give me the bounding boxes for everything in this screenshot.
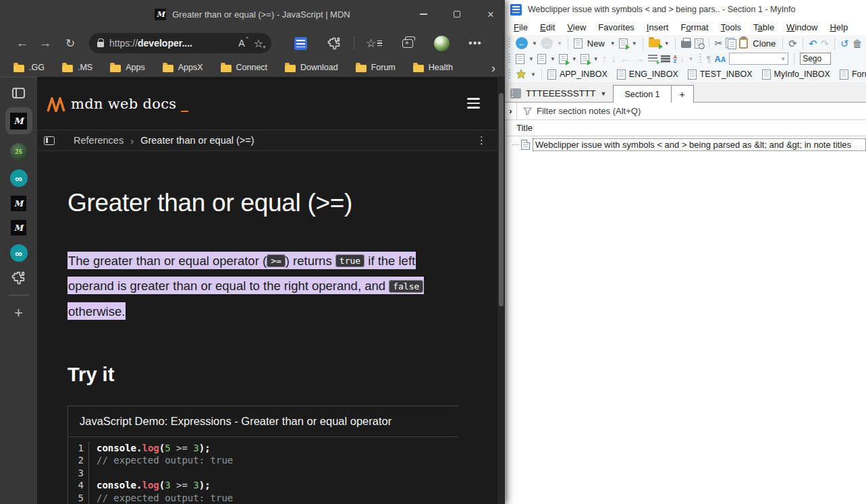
new-note-icon[interactable] [574,38,583,49]
clone-button[interactable]: Clone [753,38,776,49]
favorites-star-icon[interactable] [516,69,526,80]
tab-section-1[interactable]: Section 1 [613,85,671,103]
article-actions-kebab-icon[interactable]: ⋮ [477,134,487,146]
copy-icon[interactable] [726,38,736,49]
favorites-dropdown-icon[interactable]: ▼ [531,72,536,78]
bookmark-folder[interactable]: AppsX [163,63,203,72]
refresh-icon[interactable]: ⟳ [788,38,797,49]
favorite-item[interactable]: TEST_INBOX [688,69,753,80]
history-icon[interactable]: ↺ [840,38,849,49]
menu-favorites[interactable]: Favorites [592,22,641,32]
menu-format[interactable]: Format [674,22,714,32]
notebook-dropdown-icon[interactable]: ▼ [601,90,607,97]
expand-pane-icon[interactable]: › [505,103,517,119]
sort-az-icon[interactable]: AZ [674,55,677,63]
back-dropdown-icon[interactable]: ▼ [532,40,537,47]
move-right-icon[interactable]: → [635,53,645,64]
favorites-icon[interactable]: ☆ [357,36,391,51]
redo-icon[interactable]: ↷ [820,38,829,49]
breadcrumb-references[interactable]: References [74,135,124,146]
note-view-icon[interactable] [537,54,546,64]
menu-hamburger-icon[interactable] [467,98,480,108]
bookmark-folder[interactable]: Health [413,63,453,72]
bookmark-folder[interactable]: Apps [110,63,145,72]
code-editor[interactable]: 1console.log(5 >= 3);2// expected output… [68,437,458,504]
bookmark-folder[interactable]: Download [285,63,338,72]
new-button[interactable]: New [587,38,605,49]
move-note-icon[interactable] [580,54,589,64]
undo-icon[interactable]: ↶ [809,38,817,49]
tab-mdn-active[interactable]: M [5,107,32,134]
notebook-name[interactable]: TTTEEESSSTTT [526,88,596,99]
address-bar[interactable]: https://developer.... A” ☆+ [89,33,271,53]
forward-dropdown-icon[interactable]: ▼ [557,40,562,47]
menu-insert[interactable]: Insert [641,22,675,32]
new-from-template-icon[interactable] [619,38,628,49]
notebook-selector[interactable]: TTTEEESSSTTT ▼ [505,88,613,102]
favorite-item[interactable]: MyInfo_INBOX [762,69,830,80]
toolbar-grip[interactable] [508,54,510,64]
bookmark-folder[interactable]: .GG [13,63,45,72]
profile-avatar[interactable] [425,36,458,51]
browser-titlebar[interactable]: M Greater than or equal (>=) - JavaScrip… [0,0,505,28]
mdn-logo[interactable]: mdn web docs _ [46,95,188,112]
scrollbar-thumb[interactable] [499,93,504,306]
dropdown-icon[interactable]: ▼ [593,56,599,62]
webclipper-extension-icon[interactable] [283,37,317,50]
move-left-icon[interactable]: ← [621,53,630,64]
close-button[interactable]: ✕ [486,9,495,19]
add-section-tab[interactable]: + [672,85,694,103]
menu-view[interactable]: View [561,22,592,32]
tab-mdn-2[interactable]: M [11,220,26,235]
refresh-icon[interactable]: ↻ [57,36,84,51]
tab-arduino[interactable]: ∞ [10,169,28,187]
read-aloud-icon[interactable]: A” [238,38,248,49]
extensions-puzzle-icon[interactable] [317,36,351,50]
settings-more-icon[interactable]: ••• [458,37,492,49]
tab-js-site[interactable]: JS [10,143,28,161]
bookmarks-overflow-icon[interactable]: › [491,61,495,74]
print-preview-icon[interactable] [695,38,703,49]
filter-input[interactable]: Filter section notes (Alt+Q) [537,106,641,116]
font-style-icon[interactable]: AA [715,54,726,64]
minimize-button[interactable] [418,9,428,19]
menu-help[interactable]: Help [823,22,854,32]
note-title[interactable]: Webclipper issue with symbols < and > be… [533,138,866,151]
menu-tools[interactable]: Tools [715,22,747,32]
code-line[interactable]: 5// expected output: true [68,492,458,504]
send-note-icon[interactable] [559,54,568,64]
grid-lines-icon[interactable] [661,55,670,63]
note-row[interactable]: Webclipper issue with symbols < and > be… [508,138,866,152]
style-combobox[interactable]: ▼ [729,53,788,65]
bookmark-folder[interactable]: Forum [356,63,396,72]
forward-icon[interactable]: → [34,36,57,51]
menu-file[interactable]: File [508,22,534,32]
bookmark-folder[interactable]: .MS [62,63,92,72]
code-line[interactable]: 2// expected output: true [68,454,458,467]
template-dropdown-icon[interactable]: ▼ [632,40,637,47]
url-text[interactable]: https://developer.... [109,38,233,49]
favorite-item[interactable]: APP_INBOX [547,69,607,80]
code-line[interactable]: 4console.log(3 >= 3); [68,479,458,492]
new-tab-button[interactable]: + [14,306,23,320]
collections-icon[interactable]: + [391,39,425,48]
dropdown-icon[interactable]: ▼ [550,56,556,62]
tab-mdn[interactable]: M [11,196,26,211]
tab-puzzle-site[interactable] [11,271,26,285]
open-dropdown-icon[interactable]: ▼ [664,40,670,47]
new-dropdown-icon[interactable]: ▼ [610,40,616,47]
code-line[interactable]: 1console.log(5 >= 3); [68,442,458,455]
toolbar-overflow-grip[interactable] [699,54,701,64]
back-icon[interactable]: ← [11,36,34,51]
menu-table[interactable]: Table [747,22,780,32]
lock-icon[interactable] [97,42,104,47]
cut-icon[interactable]: ✂ [715,38,723,49]
move-up-icon[interactable]: ↑ [602,53,607,64]
add-favorite-icon[interactable]: ☆+ [254,37,263,50]
page-scrollbar[interactable] [497,77,505,504]
toolbar-grip[interactable] [508,69,510,80]
delete-trash-icon[interactable]: 🗑︎ [853,38,863,49]
print-icon[interactable] [681,40,691,48]
code-line[interactable]: 3 [68,467,458,480]
sort-dropdown-icon[interactable]: ▼ [688,56,694,62]
